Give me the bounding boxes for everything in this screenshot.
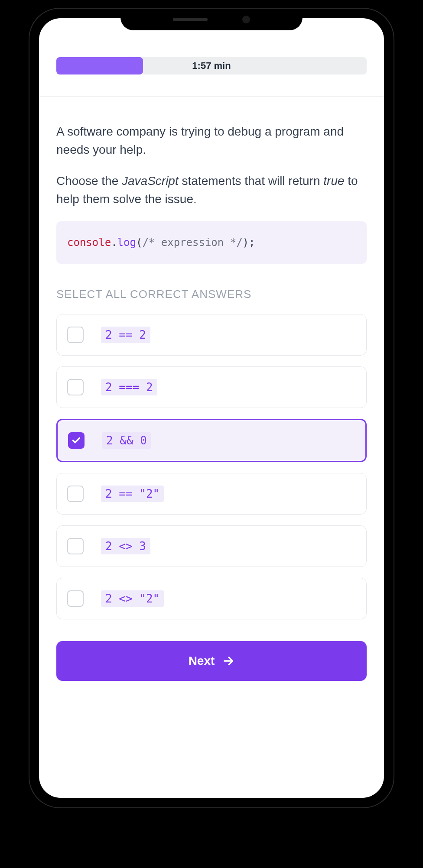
answer-option-1[interactable]: 2 === 2 <box>56 366 367 408</box>
option-code: 2 === 2 <box>101 379 157 395</box>
timer-text: 1:57 min <box>192 60 231 71</box>
code-console: console <box>67 236 111 249</box>
prompt-javascript: JavaScript <box>122 174 179 188</box>
phone-notch <box>120 9 303 30</box>
code-close-paren: ); <box>243 236 255 249</box>
answer-option-4[interactable]: 2 <> 3 <box>56 525 367 567</box>
phone-screen: 1:57 min A software company is trying to… <box>39 18 384 798</box>
answer-option-0[interactable]: 2 == 2 <box>56 314 367 356</box>
code-comment: /* expression */ <box>142 236 242 249</box>
prompt-true: true <box>323 174 344 188</box>
question-prompt: Choose the JavaScript statements that wi… <box>56 172 367 208</box>
code-block: console.log(/* expression */); <box>56 221 367 264</box>
option-code: 2 == "2" <box>101 486 164 502</box>
option-code: 2 && 0 <box>102 432 151 449</box>
checkbox[interactable] <box>67 486 84 502</box>
next-button-label: Next <box>189 654 215 668</box>
notch-speaker <box>173 18 208 21</box>
question-intro: A software company is trying to debug a … <box>56 123 367 159</box>
arrow-right-icon <box>222 655 234 667</box>
check-icon <box>72 436 81 445</box>
checkbox[interactable] <box>68 432 85 449</box>
code-dot: . <box>111 236 117 249</box>
answer-option-2[interactable]: 2 && 0 <box>56 419 367 462</box>
option-code: 2 == 2 <box>101 327 150 343</box>
answer-option-5[interactable]: 2 <> "2" <box>56 578 367 619</box>
checkbox[interactable] <box>67 327 84 343</box>
divider <box>39 96 384 97</box>
answer-option-3[interactable]: 2 == "2" <box>56 473 367 515</box>
option-code: 2 <> "2" <box>101 590 164 607</box>
progress-fill <box>56 57 143 74</box>
instruction-label: SELECT ALL CORRECT ANSWERS <box>56 288 367 301</box>
checkbox[interactable] <box>67 538 84 554</box>
checkbox[interactable] <box>67 379 84 395</box>
next-button[interactable]: Next <box>56 641 367 681</box>
phone-frame: 1:57 min A software company is trying to… <box>29 9 394 807</box>
progress-bar: 1:57 min <box>56 57 367 74</box>
code-open-paren: ( <box>136 236 142 249</box>
options-list: 2 == 22 === 22 && 02 == "2"2 <> 32 <> "2… <box>56 314 367 619</box>
prompt-text-2: statements that will return <box>179 174 324 188</box>
code-log: log <box>117 236 136 249</box>
prompt-text-1: Choose the <box>56 174 122 188</box>
checkbox[interactable] <box>67 590 84 607</box>
option-code: 2 <> 3 <box>101 538 150 554</box>
notch-camera <box>242 16 250 23</box>
content-area: 1:57 min A software company is trying to… <box>39 18 384 698</box>
